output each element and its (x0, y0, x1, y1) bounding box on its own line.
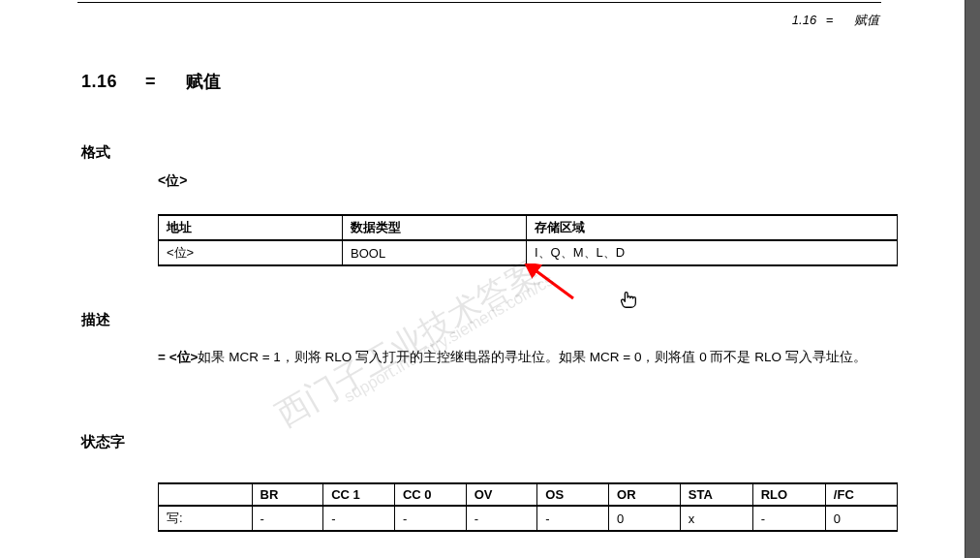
td-cc0: - (394, 506, 466, 531)
red-arrow-annotation (523, 264, 581, 302)
desc-prefix-bold: = <位> (158, 350, 198, 364)
running-header: 1.16 = 赋值 (792, 12, 879, 29)
td-datatype: BOOL (343, 240, 527, 265)
document-page: 1.16 = 赋值 1.16 = 赋值 格式 <位> 地址 数据类型 存储区域 … (0, 0, 965, 558)
description-heading: 描述 (81, 311, 110, 329)
watermark-text-cn: 西门子工业技术答案 (268, 250, 547, 437)
section-number: 1.16 (81, 72, 117, 91)
header-title: 赋值 (854, 13, 879, 27)
td-br: - (252, 506, 323, 531)
format-sub-bit: <位> (158, 172, 187, 190)
format-table: 地址 数据类型 存储区域 <位> BOOL I、Q、M、L、D (158, 214, 898, 266)
th-rlo: RLO (752, 483, 825, 506)
th-fc: /FC (825, 483, 897, 506)
section-eq: = (145, 72, 156, 92)
header-eq: = (826, 13, 834, 27)
td-rlo: - (752, 506, 825, 531)
svg-line-0 (533, 268, 573, 298)
viewer-gutter (965, 0, 980, 558)
th-cc1: CC 1 (323, 483, 395, 506)
hand-cursor-icon (618, 289, 639, 310)
th-sta: STA (680, 483, 752, 506)
description-body: = <位>如果 MCR = 1，则将 RLO 写入打开的主控继电器的寻址位。如果… (158, 347, 898, 369)
th-datatype: 数据类型 (343, 215, 527, 240)
td-or: 0 (609, 506, 681, 531)
table-row: BR CC 1 CC 0 OV OS OR STA RLO /FC (159, 483, 898, 506)
td-ov: - (466, 506, 537, 531)
td-storage: I、Q、M、L、D (527, 240, 898, 265)
section-title: 1.16 = 赋值 (81, 70, 221, 93)
th-os: OS (537, 483, 609, 506)
th-address: 地址 (159, 215, 343, 240)
table-row: 地址 数据类型 存储区域 (159, 215, 898, 240)
td-fc: 0 (825, 506, 897, 531)
header-rule (77, 2, 881, 3)
th-or: OR (609, 483, 681, 506)
watermark-text-url: support.industry.siemens.com/cs (341, 271, 557, 407)
td-cc1: - (323, 506, 395, 531)
format-heading: 格式 (81, 143, 110, 162)
th-empty (159, 483, 253, 506)
status-table: BR CC 1 CC 0 OV OS OR STA RLO /FC 写: - -… (158, 482, 898, 532)
status-heading: 状态字 (81, 433, 125, 451)
td-address: <位> (159, 240, 343, 265)
header-section: 1.16 (792, 13, 816, 27)
td-os: - (537, 506, 609, 531)
th-ov: OV (466, 483, 537, 506)
table-row: <位> BOOL I、Q、M、L、D (159, 240, 898, 265)
th-br: BR (252, 483, 323, 506)
td-write: 写: (159, 506, 253, 531)
th-storage: 存储区域 (527, 215, 898, 240)
td-sta: x (680, 506, 752, 531)
section-text: 赋值 (186, 72, 221, 91)
table-row: 写: - - - - - 0 x - 0 (159, 506, 898, 531)
desc-text-main: 如果 MCR = 1，则将 RLO 写入打开的主控继电器的寻址位。如果 MCR … (198, 350, 866, 364)
th-cc0: CC 0 (394, 483, 466, 506)
